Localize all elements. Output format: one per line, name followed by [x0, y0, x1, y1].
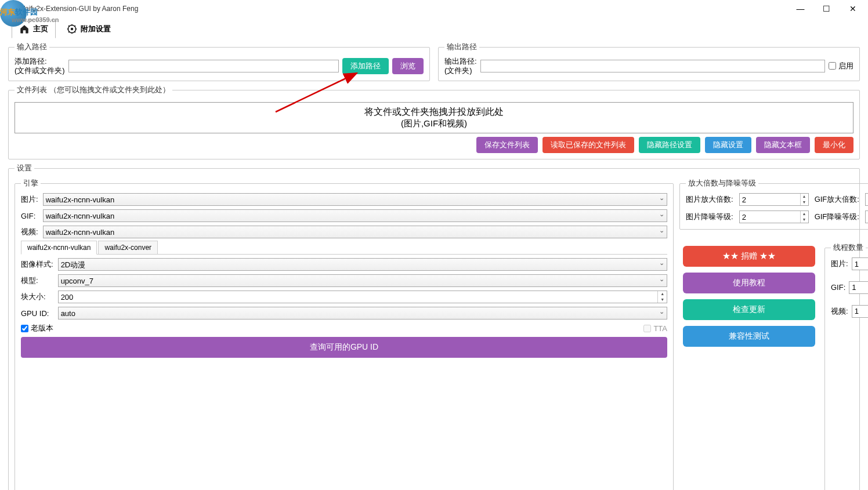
tab-home[interactable]: 主页 — [12, 20, 56, 38]
hide-path-button[interactable]: 隐藏路径设置 — [639, 137, 700, 153]
gif-denoise-spinner[interactable]: ▲▼ — [865, 210, 868, 223]
load-file-list-button[interactable]: 读取已保存的文件列表 — [542, 137, 634, 153]
check-update-button[interactable]: 检查更新 — [683, 299, 815, 320]
tab-extra-label: 附加设置 — [81, 24, 111, 34]
output-path-legend: 输出路径 — [444, 42, 479, 52]
threads-gif-spinner[interactable]: ▲▼ — [849, 281, 868, 294]
image-scale-spinner[interactable]: ▲▼ — [739, 193, 809, 206]
hide-textbox-button[interactable]: 隐藏文本框 — [756, 137, 810, 153]
tab-home-label: 主页 — [33, 24, 48, 34]
donate-button[interactable]: ★★ 捐赠 ★★ — [683, 246, 815, 267]
settings-legend: 设置 — [15, 163, 34, 173]
query-gpu-button[interactable]: 查询可用的GPU ID — [21, 337, 667, 358]
gpu-id-select[interactable]: auto — [58, 307, 667, 320]
engine-tab-converter[interactable]: waifu2x-conver — [98, 241, 158, 254]
engine-tab-ncnn[interactable]: waifu2x-ncnn-vulkan — [21, 241, 97, 255]
output-path-label1: 输出路径: — [444, 57, 477, 66]
old-version-checkbox[interactable]: 老版本 — [21, 323, 53, 333]
engine-gif-select[interactable]: waifu2x-ncnn-vulkan — [43, 209, 667, 222]
svg-point-1 — [71, 28, 74, 31]
scale-denoise-group: 放大倍数与降噪等级 图片放大倍数: ▲▼ GIF放大倍数: ▲▼ 视频放大倍数:… — [679, 178, 868, 230]
engine-video-select[interactable]: waifu2x-ncnn-vulkan — [43, 226, 667, 238]
input-path-field[interactable] — [68, 60, 339, 72]
threads-group: 线程数量 图片: ▲▼ GIF: ▲▼ 内部: ▲▼ 总数:1 视频: — [824, 242, 868, 490]
add-path-button[interactable]: 添加路径 — [342, 58, 389, 74]
tile-size-spinner[interactable]: ▲▼ — [58, 291, 667, 303]
minimize-window-button[interactable]: — — [787, 1, 813, 17]
engine-group: 引擎 图片: waifu2x-ncnn-vulkan GIF: waifu2x-… — [15, 178, 674, 490]
tta-checkbox[interactable]: TTA — [643, 324, 667, 333]
save-file-list-button[interactable]: 保存文件列表 — [476, 137, 538, 153]
gif-scale-spinner[interactable]: ▲▼ — [865, 193, 868, 206]
file-list-legend: 文件列表 （您可以拖拽文件或文件夹到此处） — [15, 85, 172, 95]
output-enable-checkbox[interactable]: 启用 — [829, 61, 853, 71]
input-path-label2: (文件或文件夹) — [15, 66, 65, 75]
engine-image-select[interactable]: waifu2x-ncnn-vulkan — [43, 193, 667, 206]
compat-test-button[interactable]: 兼容性测试 — [683, 326, 815, 347]
close-window-button[interactable]: ✕ — [840, 1, 866, 17]
threads-video-spinner[interactable]: ▲▼ — [852, 305, 868, 318]
output-path-label2: (文件夹) — [444, 66, 477, 75]
file-drop-area[interactable]: 将文件或文件夹拖拽并投放到此处 (图片,GIF和视频) — [15, 102, 853, 133]
browse-button[interactable]: 浏览 — [392, 58, 424, 74]
image-denoise-spinner[interactable]: ▲▼ — [739, 210, 809, 223]
tutorial-button[interactable]: 使用教程 — [683, 273, 815, 293]
home-icon — [19, 24, 30, 34]
model-select[interactable]: upconv_7 — [58, 274, 667, 287]
minimize-button[interactable]: 最小化 — [815, 137, 853, 153]
input-path-group: 输入路径 添加路径: (文件或文件夹) 添加路径 浏览 — [8, 42, 430, 81]
titlebar: Waifu2x-Extension-GUI by Aaron Feng — ☐ … — [0, 0, 868, 17]
output-path-field[interactable] — [480, 60, 825, 72]
output-path-group: 输出路径 输出路径: (文件夹) 启用 — [438, 42, 860, 81]
settings-group: 设置 放大倍数与降噪等级 图片放大倍数: ▲▼ GIF放大倍数: ▲▼ 视频放大… — [8, 163, 860, 490]
input-path-legend: 输入路径 — [15, 42, 49, 52]
hide-settings-button[interactable]: 隐藏设置 — [705, 137, 751, 153]
gear-icon — [67, 24, 77, 34]
maximize-window-button[interactable]: ☐ — [813, 1, 840, 17]
window-title: Waifu2x-Extension-GUI by Aaron Feng — [2, 5, 787, 13]
input-path-label1: 添加路径: — [15, 57, 65, 66]
image-style-select[interactable]: 2D动漫 — [58, 258, 667, 271]
threads-image-spinner[interactable]: ▲▼ — [852, 257, 868, 270]
tab-extra-settings[interactable]: 附加设置 — [59, 20, 118, 38]
main-tabs: 主页 附加设置 — [0, 17, 868, 38]
file-list-group: 文件列表 （您可以拖拽文件或文件夹到此处） 将文件或文件夹拖拽并投放到此处 (图… — [8, 85, 860, 159]
